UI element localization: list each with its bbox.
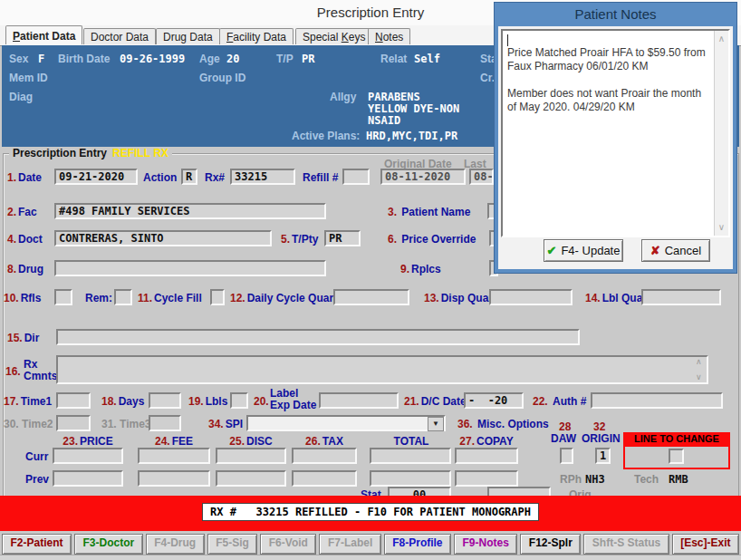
patient-notes-textarea[interactable]: Price Matched Proair HFA to $59.50 from … bbox=[501, 29, 730, 237]
line-to-change-field[interactable] bbox=[669, 449, 684, 464]
f4-update-button[interactable]: ✔F4- Update bbox=[544, 239, 623, 262]
comments-scroll-up-icon[interactable]: ∧ bbox=[696, 358, 702, 366]
comments-scroll-down-icon[interactable]: ∨ bbox=[696, 373, 702, 381]
f7-label-button[interactable]: F7-Label bbox=[319, 534, 380, 555]
drug-field[interactable] bbox=[54, 260, 326, 276]
text-caret bbox=[507, 34, 508, 46]
daily-cycle-field[interactable] bbox=[333, 289, 409, 305]
rem-field[interactable] bbox=[114, 289, 132, 305]
function-key-bar: F2-Patient F3-Doctor F4-Drug F5-Sig F6-V… bbox=[2, 534, 739, 554]
curr-price-field[interactable] bbox=[53, 448, 123, 464]
spi-dropdown-arrow-icon[interactable]: ▼ bbox=[428, 417, 444, 431]
fac-field[interactable]: #498 FAMILY SERVICES bbox=[54, 203, 326, 219]
shft-s-status-button[interactable]: Shft-S Status bbox=[583, 534, 669, 555]
dc-date-field[interactable]: - -20 bbox=[464, 392, 524, 409]
notes-scrollbar[interactable]: ∧ ∨ bbox=[714, 31, 728, 236]
disp-quan-field[interactable] bbox=[489, 289, 573, 305]
daw-num: 28 bbox=[559, 420, 573, 433]
prev-label: Prev bbox=[25, 473, 49, 486]
time2-label: 30. Time2 bbox=[4, 418, 53, 430]
refillnum-field[interactable] bbox=[342, 169, 370, 185]
f8-profile-button[interactable]: F8-Profile bbox=[384, 534, 451, 555]
curr-total-field[interactable] bbox=[370, 448, 451, 464]
spi-label: 34.SPI bbox=[208, 418, 243, 430]
rfls-label: 10.Rfls bbox=[4, 292, 41, 304]
tab-facility-data[interactable]: Facility Data bbox=[219, 28, 294, 44]
rxnum-field[interactable]: 33215 bbox=[230, 169, 295, 185]
auth-field[interactable] bbox=[591, 392, 723, 409]
days-field[interactable] bbox=[149, 392, 181, 409]
misc-options-label: 36. Misc. Options bbox=[457, 418, 549, 430]
refill-rx-flag: REFILL RX bbox=[112, 147, 168, 159]
groupid-label: Group ID bbox=[199, 72, 245, 84]
tech-label: Tech bbox=[634, 473, 659, 486]
curr-fee-field[interactable] bbox=[138, 448, 210, 464]
tab-notes[interactable]: Notes bbox=[368, 28, 410, 44]
f9-notes-button[interactable]: F9-Notes bbox=[454, 534, 517, 555]
spi-dropdown[interactable]: ▼ bbox=[246, 415, 446, 431]
doct-field[interactable]: CONTRERAS, SINTO bbox=[54, 230, 272, 246]
tpty-field[interactable]: PR bbox=[324, 230, 361, 246]
date-field[interactable]: 09-21-2020 bbox=[54, 169, 138, 185]
prev-price-field bbox=[53, 470, 123, 487]
time2-field bbox=[56, 415, 91, 431]
status-banner: RX # 33215 REFILLED - F10 FOR PATIENT MO… bbox=[0, 496, 741, 531]
f3-doctor-button[interactable]: F3-Doctor bbox=[74, 534, 143, 555]
lbl-quan-field[interactable] bbox=[641, 289, 721, 305]
patient-notes-dialog: Patient Notes Price Matched Proair HFA t… bbox=[494, 2, 737, 274]
action-field[interactable]: R bbox=[181, 169, 197, 185]
daw-field[interactable] bbox=[560, 448, 573, 464]
rplcs-label: 9.Rplcs bbox=[400, 263, 441, 275]
rfls-field[interactable] bbox=[54, 289, 72, 305]
allergy-2: YELLOW DYE-NON bbox=[368, 102, 459, 115]
price-header: 23.PRICE bbox=[53, 435, 123, 448]
f5-sig-button[interactable]: F5-Sig bbox=[207, 534, 258, 555]
cancel-button[interactable]: ✘Cancel bbox=[641, 239, 710, 262]
tab-doctor-data[interactable]: Doctor Data bbox=[83, 28, 156, 44]
sex-value: F bbox=[38, 53, 44, 65]
dir-label: 15.Dir bbox=[7, 332, 39, 344]
tab-special-keys[interactable]: Special Keys bbox=[295, 28, 372, 44]
curr-tax-field[interactable] bbox=[292, 448, 357, 464]
cycle-fill-field[interactable] bbox=[210, 289, 225, 305]
prev-tax-field bbox=[292, 470, 357, 487]
tab-drug-data[interactable]: Drug Data bbox=[156, 28, 220, 44]
memid-label: Mem ID bbox=[9, 72, 48, 84]
lbls-field[interactable] bbox=[230, 392, 248, 409]
label-exp-label-1: Label bbox=[270, 387, 298, 400]
relat-label: Relat bbox=[380, 53, 407, 65]
disp-quan-label: 13.Disp Quan bbox=[424, 292, 496, 304]
f6-void-button[interactable]: F6-Void bbox=[260, 534, 316, 555]
copay-header: 27.COPAY bbox=[455, 435, 518, 448]
tab-patient-data[interactable]: Patient Data bbox=[5, 25, 82, 44]
rph-label: RPh bbox=[560, 473, 582, 486]
birthdate-value: 09-26-1999 bbox=[120, 53, 185, 65]
rx-comments-textarea[interactable] bbox=[56, 355, 708, 384]
scroll-down-icon[interactable]: ∨ bbox=[715, 222, 728, 233]
rph-value: NH3 bbox=[585, 473, 605, 486]
rxnum-label: Rx# bbox=[205, 171, 225, 184]
label-exp-date-field[interactable] bbox=[319, 392, 399, 409]
f2-patient-button[interactable]: F2-Patient bbox=[2, 534, 72, 555]
origin-field[interactable]: 1 bbox=[595, 448, 611, 464]
curr-disc-field[interactable] bbox=[216, 448, 286, 464]
days-label: 18.Days bbox=[101, 395, 144, 408]
auth-label: 22. Auth # bbox=[533, 395, 586, 408]
f4-drug-button[interactable]: F4-Drug bbox=[146, 534, 205, 555]
prescription-entry-window: Prescription Entry Patient Data Doctor D… bbox=[0, 0, 741, 560]
allergy-1: PARABENS bbox=[368, 91, 420, 103]
patient-name-label: 3. Patient Name bbox=[388, 206, 470, 218]
time1-field[interactable] bbox=[56, 392, 91, 409]
disc-header: 25.DISC bbox=[216, 435, 286, 448]
bottom-strip bbox=[0, 555, 741, 560]
time3-field bbox=[149, 415, 181, 431]
prev-total-field bbox=[370, 470, 451, 487]
esc-exit-button[interactable]: [Esc]-Exit bbox=[672, 534, 739, 555]
dir-field[interactable] bbox=[56, 329, 580, 345]
origin-num: 32 bbox=[593, 420, 607, 433]
label-exp-label-2: Exp Date bbox=[270, 399, 316, 411]
curr-copay-field[interactable] bbox=[455, 448, 518, 464]
age-label: Age bbox=[199, 53, 220, 65]
scroll-up-icon[interactable]: ∧ bbox=[715, 34, 728, 44]
f12-splr-button[interactable]: F12-Splr bbox=[520, 534, 581, 555]
